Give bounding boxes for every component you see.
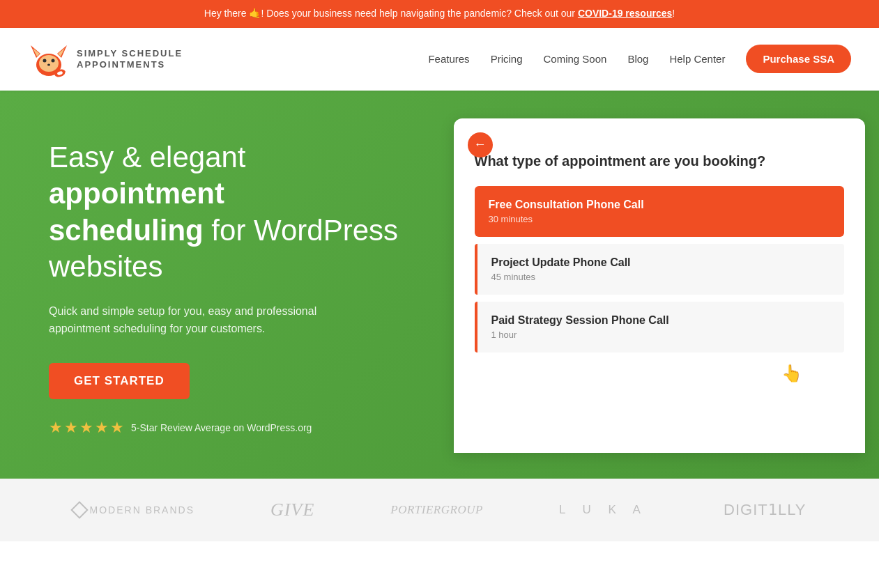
logo-name: SIMPLY SCHEDULE APPOINTMENTS	[77, 48, 183, 70]
logo-give: Give	[270, 500, 314, 520]
hero-title-part1: Easy & elegant	[49, 141, 246, 173]
review-row: ★★★★★ 5-Star Review Average on WordPress…	[49, 419, 405, 437]
back-button[interactable]: ←	[468, 132, 493, 157]
review-text: 5-Star Review Average on WordPress.org	[131, 422, 312, 433]
logo-icon	[28, 38, 70, 80]
main-nav: Features Pricing Coming Soon Blog Help C…	[428, 45, 851, 73]
banner-text-after: !	[672, 8, 675, 19]
hero-section: Easy & elegant appointmentscheduling for…	[0, 91, 879, 479]
appt-title-1: Free Consultation Phone Call	[489, 199, 831, 211]
nav-features[interactable]: Features	[428, 53, 469, 65]
purchase-ssa-button[interactable]: Purchase SSA	[746, 45, 851, 73]
header: SIMPLY SCHEDULE APPOINTMENTS Features Pr…	[0, 28, 879, 91]
hero-right: ← What type of appointment are you booki…	[440, 91, 880, 479]
appt-title-3: Paid Strategy Session Phone Call	[491, 314, 831, 327]
hero-title-bold1: appointment	[49, 177, 224, 210]
logo: SIMPLY SCHEDULE APPOINTMENTS	[28, 38, 183, 80]
hero-title: Easy & elegant appointmentscheduling for…	[49, 139, 405, 286]
nav-help-center[interactable]: Help Center	[669, 53, 725, 65]
svg-point-7	[52, 59, 55, 62]
svg-point-6	[43, 59, 47, 62]
hero-subtitle: Quick and simple setup for you, easy and…	[49, 302, 356, 338]
nav-blog[interactable]: Blog	[627, 53, 648, 65]
nav-coming-soon[interactable]: Coming Soon	[543, 53, 606, 65]
booking-widget: ← What type of appointment are you booki…	[454, 118, 866, 453]
svg-point-5	[39, 55, 59, 72]
banner-link[interactable]: COVID-19 resources	[578, 8, 672, 19]
logo-luka: L U K A	[559, 503, 648, 517]
star-rating: ★★★★★	[49, 419, 125, 437]
logo-portier-group: PortierGroup	[390, 503, 483, 517]
nav-pricing[interactable]: Pricing	[491, 53, 523, 65]
appt-duration-3: 1 hour	[491, 330, 831, 340]
appointment-item-2[interactable]: Project Update Phone Call 45 minutes	[475, 244, 845, 295]
logo-text-area: SIMPLY SCHEDULE APPOINTMENTS	[77, 48, 183, 70]
appointment-item-1[interactable]: Free Consultation Phone Call 30 minutes	[475, 186, 845, 237]
appointment-item-3[interactable]: Paid Strategy Session Phone Call 1 hour	[475, 302, 845, 353]
get-started-button[interactable]: GET STARTED	[49, 363, 190, 399]
logo-digitally: digit1lly	[724, 501, 806, 519]
banner-text-before: Hey there 🤙! Does your business need hel…	[204, 8, 578, 19]
cursor-indicator: 👆	[781, 364, 802, 383]
logos-section: MODERN BRANDS Give PortierGroup L U K A …	[0, 479, 879, 541]
top-banner: Hey there 🤙! Does your business need hel…	[0, 0, 879, 28]
logo-modern-brands: MODERN BRANDS	[73, 504, 194, 516]
svg-point-8	[47, 63, 50, 65]
appt-title-2: Project Update Phone Call	[491, 256, 831, 269]
hero-left: Easy & elegant appointmentscheduling for…	[0, 91, 440, 479]
widget-heading: What type of appointment are you booking…	[475, 146, 845, 169]
appt-duration-2: 45 minutes	[491, 272, 831, 282]
hero-title-part2: scheduling	[49, 214, 204, 247]
appointment-list: Free Consultation Phone Call 30 minutes …	[475, 186, 845, 354]
appt-duration-1: 30 minutes	[489, 214, 831, 224]
diamond-icon	[70, 501, 88, 518]
